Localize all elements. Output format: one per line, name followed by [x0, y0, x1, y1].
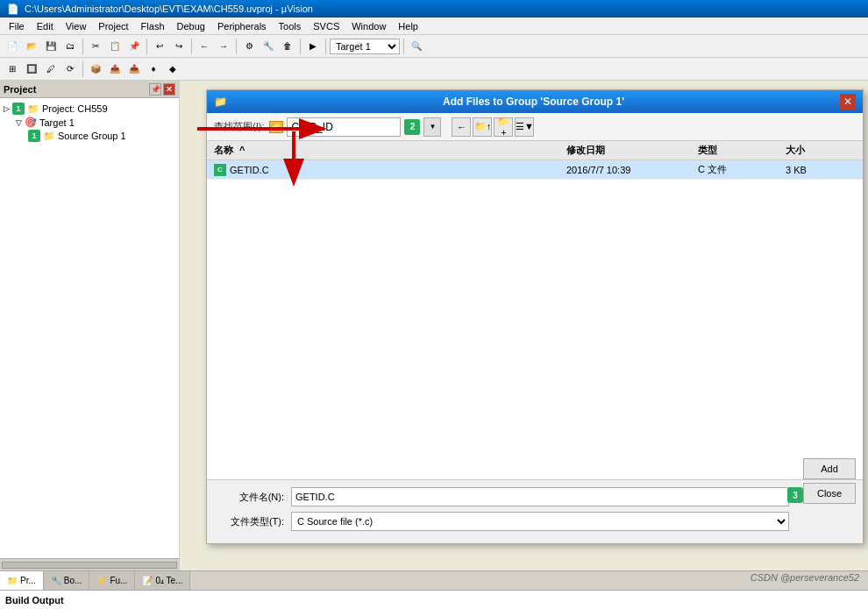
nav-back-button[interactable]: ← — [452, 117, 471, 137]
dialog-close-btn[interactable]: Close — [803, 483, 856, 504]
file-list-body: C GETID.C 2016/7/7 10:39 C 文件 3 KB — [207, 160, 863, 478]
dialog-form: 文件名(N): 文件类型(T): C Source file (*.c) — [207, 479, 863, 543]
batch-build-button[interactable]: 🔧 — [260, 38, 277, 55]
tab-row: 📁 Pr... 🔧 Bo... ⚡ Fu... 📝 0₄ Te... — [0, 570, 868, 590]
sidebar-pin-button[interactable]: 📌 — [149, 83, 161, 96]
title-bar-icon: 📄 — [7, 4, 19, 15]
file-name-cell: C GETID.C — [214, 164, 566, 176]
tab-templates-icon: 📝 — [142, 576, 153, 585]
add-files-dialog: 📁 Add Files to Group 'Source Group 1' ✕ … — [206, 89, 864, 544]
menu-window[interactable]: Window — [346, 20, 391, 32]
menu-flash[interactable]: Flash — [136, 20, 170, 32]
tab-templates-label: 0₄ Te... — [155, 576, 182, 585]
toolbar2-btn9[interactable]: ◆ — [164, 60, 181, 78]
sidebar-header-btns: 📌 ✕ — [149, 83, 175, 96]
open-button[interactable]: 📂 — [23, 38, 40, 55]
tab-functions[interactable]: ⚡ Fu... — [89, 571, 135, 590]
toolbar-sep-3 — [191, 39, 192, 54]
tab-functions-label: Fu... — [110, 576, 127, 585]
file-list-area: 名称 ^ 修改日期 类型 大小 C GETID.C 2016/7/7 10:39 — [207, 141, 863, 479]
nav-up-folder-button[interactable]: 📁↑ — [473, 117, 492, 137]
path-dropdown[interactable]: ▼ — [423, 117, 441, 137]
project-sidebar: Project 📌 ✕ ▷ 1 📁 Project: CH559 ▽ 🎯 Tar… — [0, 81, 180, 570]
path-input[interactable] — [287, 117, 401, 137]
toolbar-sep-7 — [403, 39, 404, 54]
tab-functions-icon: ⚡ — [96, 576, 107, 585]
redo-button[interactable]: ↪ — [170, 38, 188, 55]
project-name: 📁 — [27, 103, 39, 115]
main-area: Project 📌 ✕ ▷ 1 📁 Project: CH559 ▽ 🎯 Tar… — [0, 81, 868, 570]
toolbar2-btn6[interactable]: 📤 — [106, 60, 124, 78]
sidebar-close-button[interactable]: ✕ — [163, 83, 175, 96]
toolbar2-btn8[interactable]: ♦ — [145, 60, 162, 78]
tab-books-icon: 🔧 — [51, 576, 61, 585]
toolbar2-sep — [82, 61, 83, 77]
dialog-title-text: Add Files to Group 'Source Group 1' — [443, 96, 624, 108]
filename-row: 文件名(N): — [214, 487, 789, 506]
menu-view[interactable]: View — [60, 20, 92, 32]
toolbar2-btn2[interactable]: 🔲 — [23, 60, 40, 78]
toolbar2-btn4[interactable]: ⟳ — [61, 60, 79, 78]
menu-file[interactable]: File — [4, 20, 30, 32]
menu-project[interactable]: Project — [93, 20, 133, 32]
debug-button[interactable]: ▶ — [304, 38, 322, 55]
tab-project-icon: 📁 — [7, 576, 18, 585]
undo-button[interactable]: ↩ — [151, 38, 168, 55]
nav-new-folder-button[interactable]: 📁+ — [494, 117, 513, 137]
dialog-toolbar: 查找范围(I): 📁 2 ▼ ← 📁↑ 📁+ ☰▼ — [207, 113, 863, 141]
dialog-buttons: Add Close — [803, 458, 856, 504]
toolbar2-btn7[interactable]: 📥 — [125, 60, 143, 78]
toolbar-sep-2 — [146, 39, 147, 54]
sidebar-scrollbar[interactable] — [0, 558, 179, 570]
location-label: 查找范围(I): — [214, 120, 264, 133]
tab-project[interactable]: 📁 Pr... — [0, 571, 44, 590]
dialog-close-button[interactable]: ✕ — [840, 94, 856, 110]
tab-project-label: Pr... — [20, 576, 36, 585]
menu-svcs[interactable]: SVCS — [308, 20, 345, 32]
clean-button[interactable]: 🗑 — [279, 38, 296, 55]
tree-item-target[interactable]: ▽ 🎯 Target 1 — [12, 116, 179, 129]
project-badge: 1 — [12, 103, 25, 115]
save-all-button[interactable]: 🗂 — [61, 38, 79, 55]
back-button[interactable]: ← — [196, 38, 213, 55]
toolbar2-btn1[interactable]: ⊞ — [4, 60, 21, 78]
paste-button[interactable]: 📌 — [125, 38, 143, 55]
menu-help[interactable]: Help — [393, 20, 423, 32]
filetype-select[interactable]: C Source file (*.c) — [291, 512, 789, 531]
tab-templates[interactable]: 📝 0₄ Te... — [135, 571, 190, 590]
menu-debug[interactable]: Debug — [172, 20, 210, 32]
cut-button[interactable]: ✂ — [87, 38, 104, 55]
menu-edit[interactable]: Edit — [32, 20, 59, 32]
toolbar2-btn5[interactable]: 📦 — [87, 60, 104, 78]
target-label: Target 1 — [39, 117, 75, 128]
menu-peripherals[interactable]: Peripherals — [212, 20, 272, 32]
project-tree: ▷ 1 📁 Project: CH559 ▽ 🎯 Target 1 1 📁 So… — [0, 98, 179, 558]
copy-button[interactable]: 📋 — [106, 38, 124, 55]
nav-view-button[interactable]: ☰▼ — [515, 117, 534, 137]
file-size: 3 KB — [786, 165, 856, 175]
folder-path-box: 📁 2 ▼ — [269, 117, 441, 137]
source-group-badge: 1 — [28, 130, 40, 142]
col-modified: 修改日期 — [566, 144, 698, 157]
tree-item-project[interactable]: ▷ 1 📁 Project: CH559 — [0, 102, 179, 116]
filename-label: 文件名(N): — [214, 491, 284, 504]
tree-item-source-group[interactable]: 1 📁 Source Group 1 — [25, 129, 179, 143]
filename-input[interactable] — [291, 487, 789, 506]
path-badge: 2 — [404, 119, 420, 135]
new-button[interactable]: 📄 — [4, 38, 21, 55]
menu-tools[interactable]: Tools — [274, 20, 307, 32]
tab-books[interactable]: 🔧 Bo... — [44, 571, 90, 590]
table-row[interactable]: C GETID.C 2016/7/7 10:39 C 文件 3 KB — [207, 160, 863, 180]
col-size: 大小 — [786, 144, 856, 157]
save-button[interactable]: 💾 — [42, 38, 60, 55]
target-combo[interactable]: Target 1 — [330, 39, 400, 54]
sidebar-title: Project — [4, 84, 36, 95]
add-button[interactable]: Add — [803, 458, 856, 479]
build-button[interactable]: ⚙ — [240, 38, 258, 55]
search-button[interactable]: 🔍 — [408, 38, 425, 55]
file-modified: 2016/7/7 10:39 — [566, 165, 698, 175]
forward-button[interactable]: → — [215, 38, 232, 55]
dialog-title-icon: 📁 — [214, 96, 227, 108]
toolbar2-btn3[interactable]: 🖊 — [42, 60, 60, 78]
tab-books-label: Bo... — [64, 576, 82, 585]
